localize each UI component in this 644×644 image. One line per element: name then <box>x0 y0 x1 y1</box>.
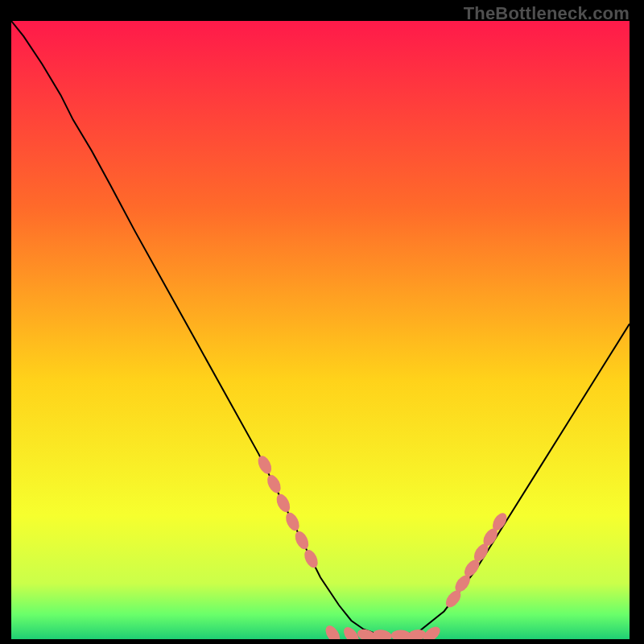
gradient-background <box>11 21 630 639</box>
plot-frame <box>11 21 630 639</box>
plot-area <box>11 21 630 639</box>
chart-canvas: TheBottleneck.com <box>0 0 644 644</box>
